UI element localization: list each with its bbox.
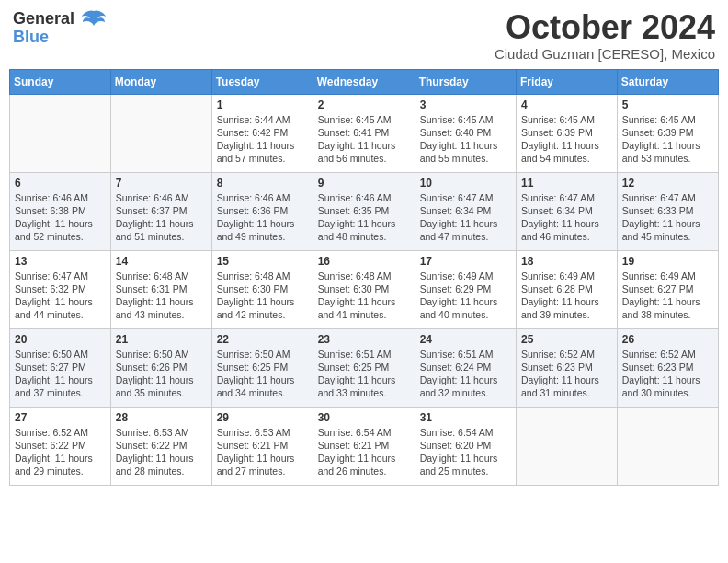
calendar-day-cell: 16Sunrise: 6:48 AM Sunset: 6:30 PM Dayli… — [313, 250, 415, 328]
day-number: 12 — [622, 177, 713, 190]
day-info: Sunrise: 6:49 AM Sunset: 6:27 PM Dayligh… — [622, 270, 713, 322]
month-title: October 2024 — [495, 9, 715, 46]
day-number: 15 — [217, 255, 308, 268]
day-number: 22 — [217, 333, 308, 346]
day-number: 5 — [622, 98, 713, 111]
day-number: 17 — [420, 255, 511, 268]
calendar-day-cell: 3Sunrise: 6:45 AM Sunset: 6:40 PM Daylig… — [415, 94, 516, 172]
calendar-day-cell: 27Sunrise: 6:52 AM Sunset: 6:22 PM Dayli… — [10, 407, 111, 485]
day-info: Sunrise: 6:45 AM Sunset: 6:39 PM Dayligh… — [622, 113, 713, 166]
logo-text: General — [13, 9, 107, 29]
calendar-day-cell: 31Sunrise: 6:54 AM Sunset: 6:20 PM Dayli… — [415, 407, 516, 485]
day-number: 7 — [116, 177, 207, 190]
day-number: 11 — [521, 177, 612, 190]
day-info: Sunrise: 6:48 AM Sunset: 6:30 PM Dayligh… — [217, 270, 308, 322]
calendar-day-cell: 1Sunrise: 6:44 AM Sunset: 6:42 PM Daylig… — [211, 94, 313, 172]
logo-blue-text: Blue — [13, 28, 107, 47]
calendar-day-cell — [10, 94, 111, 172]
calendar-week-row: 13Sunrise: 6:47 AM Sunset: 6:32 PM Dayli… — [10, 250, 719, 328]
day-number: 24 — [420, 333, 511, 346]
calendar-day-cell: 11Sunrise: 6:47 AM Sunset: 6:34 PM Dayli… — [517, 172, 618, 250]
logo-bird-icon — [81, 9, 107, 29]
calendar-day-cell: 5Sunrise: 6:45 AM Sunset: 6:39 PM Daylig… — [617, 94, 718, 172]
day-info: Sunrise: 6:49 AM Sunset: 6:28 PM Dayligh… — [521, 270, 612, 322]
day-info: Sunrise: 6:47 AM Sunset: 6:34 PM Dayligh… — [420, 191, 511, 244]
calendar-day-cell: 12Sunrise: 6:47 AM Sunset: 6:33 PM Dayli… — [617, 172, 718, 250]
day-info: Sunrise: 6:44 AM Sunset: 6:42 PM Dayligh… — [217, 113, 308, 166]
calendar-day-cell: 29Sunrise: 6:53 AM Sunset: 6:21 PM Dayli… — [211, 407, 313, 485]
calendar-day-cell — [517, 407, 618, 485]
day-number: 10 — [420, 177, 511, 190]
calendar-day-cell: 4Sunrise: 6:45 AM Sunset: 6:39 PM Daylig… — [517, 94, 618, 172]
day-number: 2 — [318, 98, 410, 111]
calendar-day-cell: 17Sunrise: 6:49 AM Sunset: 6:29 PM Dayli… — [415, 250, 516, 328]
day-number: 4 — [521, 98, 612, 111]
day-info: Sunrise: 6:50 AM Sunset: 6:26 PM Dayligh… — [116, 348, 207, 400]
day-info: Sunrise: 6:48 AM Sunset: 6:31 PM Dayligh… — [116, 270, 207, 322]
calendar-day-cell: 22Sunrise: 6:50 AM Sunset: 6:25 PM Dayli… — [211, 328, 313, 407]
calendar-day-cell: 25Sunrise: 6:52 AM Sunset: 6:23 PM Dayli… — [517, 328, 618, 407]
day-number: 8 — [217, 177, 308, 190]
day-info: Sunrise: 6:46 AM Sunset: 6:38 PM Dayligh… — [15, 191, 106, 244]
day-number: 16 — [318, 255, 410, 268]
day-number: 29 — [217, 411, 308, 424]
day-number: 27 — [15, 411, 106, 424]
day-info: Sunrise: 6:45 AM Sunset: 6:40 PM Dayligh… — [420, 113, 511, 166]
calendar-day-cell: 9Sunrise: 6:46 AM Sunset: 6:35 PM Daylig… — [313, 172, 415, 250]
day-info: Sunrise: 6:51 AM Sunset: 6:24 PM Dayligh… — [420, 348, 511, 400]
day-info: Sunrise: 6:52 AM Sunset: 6:23 PM Dayligh… — [622, 348, 713, 400]
day-number: 6 — [15, 177, 106, 190]
calendar-week-row: 1Sunrise: 6:44 AM Sunset: 6:42 PM Daylig… — [10, 94, 719, 172]
calendar-day-cell — [110, 94, 211, 172]
calendar-day-cell: 13Sunrise: 6:47 AM Sunset: 6:32 PM Dayli… — [10, 250, 111, 328]
calendar-day-cell: 19Sunrise: 6:49 AM Sunset: 6:27 PM Dayli… — [617, 250, 718, 328]
calendar-day-cell: 24Sunrise: 6:51 AM Sunset: 6:24 PM Dayli… — [415, 328, 516, 407]
day-number: 19 — [622, 255, 713, 268]
day-number: 30 — [318, 411, 410, 424]
day-number: 13 — [15, 255, 106, 268]
day-info: Sunrise: 6:49 AM Sunset: 6:29 PM Dayligh… — [420, 270, 511, 322]
day-number: 9 — [318, 177, 410, 190]
logo: General Blue — [13, 9, 107, 47]
day-info: Sunrise: 6:50 AM Sunset: 6:27 PM Dayligh… — [15, 348, 106, 400]
day-info: Sunrise: 6:50 AM Sunset: 6:25 PM Dayligh… — [217, 348, 308, 400]
calendar-day-cell: 8Sunrise: 6:46 AM Sunset: 6:36 PM Daylig… — [211, 172, 313, 250]
day-number: 21 — [116, 333, 207, 346]
day-of-week-header: Tuesday — [211, 69, 313, 94]
calendar-week-row: 27Sunrise: 6:52 AM Sunset: 6:22 PM Dayli… — [10, 407, 719, 485]
day-number: 3 — [420, 98, 511, 111]
day-info: Sunrise: 6:52 AM Sunset: 6:22 PM Dayligh… — [15, 426, 106, 478]
day-info: Sunrise: 6:54 AM Sunset: 6:21 PM Dayligh… — [318, 426, 410, 478]
day-info: Sunrise: 6:47 AM Sunset: 6:32 PM Dayligh… — [15, 270, 106, 322]
calendar-header-row: SundayMondayTuesdayWednesdayThursdayFrid… — [10, 69, 719, 94]
day-number: 28 — [116, 411, 207, 424]
calendar-day-cell: 6Sunrise: 6:46 AM Sunset: 6:38 PM Daylig… — [10, 172, 111, 250]
day-info: Sunrise: 6:47 AM Sunset: 6:34 PM Dayligh… — [521, 191, 612, 244]
calendar-day-cell: 26Sunrise: 6:52 AM Sunset: 6:23 PM Dayli… — [617, 328, 718, 407]
day-info: Sunrise: 6:45 AM Sunset: 6:41 PM Dayligh… — [318, 113, 410, 166]
day-number: 14 — [116, 255, 207, 268]
calendar-day-cell: 2Sunrise: 6:45 AM Sunset: 6:41 PM Daylig… — [313, 94, 415, 172]
day-info: Sunrise: 6:46 AM Sunset: 6:35 PM Dayligh… — [318, 191, 410, 244]
calendar-day-cell: 14Sunrise: 6:48 AM Sunset: 6:31 PM Dayli… — [110, 250, 211, 328]
day-number: 26 — [622, 333, 713, 346]
calendar-day-cell: 28Sunrise: 6:53 AM Sunset: 6:22 PM Dayli… — [110, 407, 211, 485]
day-of-week-header: Thursday — [415, 69, 516, 94]
calendar-week-row: 20Sunrise: 6:50 AM Sunset: 6:27 PM Dayli… — [10, 328, 719, 407]
calendar-week-row: 6Sunrise: 6:46 AM Sunset: 6:38 PM Daylig… — [10, 172, 719, 250]
calendar-day-cell: 7Sunrise: 6:46 AM Sunset: 6:37 PM Daylig… — [110, 172, 211, 250]
day-of-week-header: Sunday — [10, 69, 111, 94]
calendar-day-cell: 10Sunrise: 6:47 AM Sunset: 6:34 PM Dayli… — [415, 172, 516, 250]
calendar-day-cell: 20Sunrise: 6:50 AM Sunset: 6:27 PM Dayli… — [10, 328, 111, 407]
calendar-day-cell: 18Sunrise: 6:49 AM Sunset: 6:28 PM Dayli… — [517, 250, 618, 328]
calendar-day-cell: 23Sunrise: 6:51 AM Sunset: 6:25 PM Dayli… — [313, 328, 415, 407]
day-of-week-header: Monday — [110, 69, 211, 94]
day-of-week-header: Saturday — [617, 69, 718, 94]
day-info: Sunrise: 6:45 AM Sunset: 6:39 PM Dayligh… — [521, 113, 612, 166]
day-number: 25 — [521, 333, 612, 346]
page-header: General Blue October 2024 Ciudad Guzman … — [9, 9, 719, 62]
day-number: 31 — [420, 411, 511, 424]
day-info: Sunrise: 6:52 AM Sunset: 6:23 PM Dayligh… — [521, 348, 612, 400]
day-info: Sunrise: 6:46 AM Sunset: 6:37 PM Dayligh… — [116, 191, 207, 244]
day-number: 18 — [521, 255, 612, 268]
